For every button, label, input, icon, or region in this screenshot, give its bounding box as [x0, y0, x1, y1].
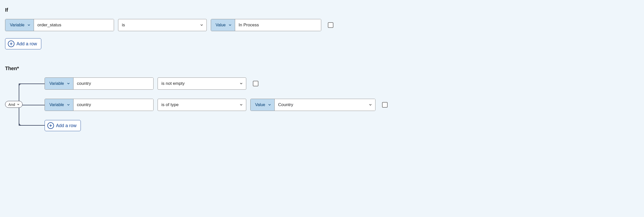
then-section: Then* And Variable [5, 66, 639, 131]
then1-variable-group: Variable [45, 77, 154, 90]
if-condition-row: Variable is Value [5, 19, 639, 31]
connector-corner-top [19, 84, 22, 87]
if-operator-value: is [122, 23, 125, 28]
chevron-down-icon [17, 103, 20, 106]
then2-row-checkbox[interactable] [382, 102, 388, 108]
if-value-input[interactable] [235, 19, 321, 31]
if-variable-type-select[interactable]: Variable [5, 19, 34, 31]
then2-value-selected: Country [278, 102, 293, 107]
if-variable-group: Variable [5, 19, 114, 31]
if-add-row-button[interactable]: Add a row [5, 38, 41, 49]
connector-to-row-2 [19, 105, 45, 105]
then2-operator-value: is of type [161, 102, 179, 107]
then1-row-checkbox[interactable] [253, 81, 258, 86]
then-add-row-label: Add a row [56, 123, 77, 128]
then2-value-group: Value Country [250, 99, 375, 111]
chevron-down-icon [239, 103, 243, 107]
connector-to-add-row [19, 125, 45, 126]
then2-variable-type-label: Variable [49, 103, 64, 107]
then1-operator-value: is not empty [161, 81, 185, 86]
if-heading: If [5, 7, 639, 13]
then1-variable-type-select[interactable]: Variable [45, 78, 73, 89]
if-value-group: Value [211, 19, 321, 31]
if-variable-type-label: Variable [10, 23, 25, 27]
then-block: And Variable is not empty [5, 77, 639, 131]
then-logic-value: And [8, 102, 15, 107]
chevron-down-icon [67, 82, 70, 85]
then2-operator-select[interactable]: is of type [158, 99, 246, 111]
plus-circle-icon [8, 41, 14, 47]
if-operator-select[interactable]: is [118, 19, 207, 31]
then2-value-type-label: Value [255, 103, 265, 107]
then1-variable-type-label: Variable [49, 81, 64, 86]
then1-operator-select[interactable]: is not empty [158, 77, 246, 90]
if-row-checkbox[interactable] [328, 22, 333, 28]
chevron-down-icon [200, 23, 203, 27]
chevron-down-icon [67, 103, 70, 107]
chevron-down-icon [239, 82, 243, 85]
then-condition-row-2: Variable is of type Value [45, 99, 639, 111]
chevron-down-icon [268, 103, 271, 107]
then-logic-select[interactable]: And [5, 101, 23, 108]
connector-to-row-1 [19, 84, 45, 84]
if-add-row-label: Add a row [16, 41, 37, 47]
then2-variable-input[interactable] [73, 99, 153, 111]
if-section: If Variable is Value [5, 7, 639, 49]
then-condition-row-1: Variable is not empty [45, 77, 639, 90]
if-value-type-select[interactable]: Value [211, 19, 235, 31]
then-heading: Then* [5, 66, 639, 71]
then1-variable-input[interactable] [73, 78, 153, 89]
if-variable-input[interactable] [34, 19, 114, 31]
if-value-type-label: Value [216, 23, 226, 27]
then-add-row-button[interactable]: Add a row [45, 120, 81, 131]
then2-variable-group: Variable [45, 99, 154, 111]
then2-variable-type-select[interactable]: Variable [45, 99, 73, 111]
plus-circle-icon [47, 122, 54, 129]
then2-value-type-select[interactable]: Value [251, 99, 275, 111]
chevron-down-icon [27, 23, 31, 27]
chevron-down-icon [369, 103, 372, 107]
then2-value-select[interactable]: Country [275, 99, 375, 111]
chevron-down-icon [228, 23, 232, 27]
